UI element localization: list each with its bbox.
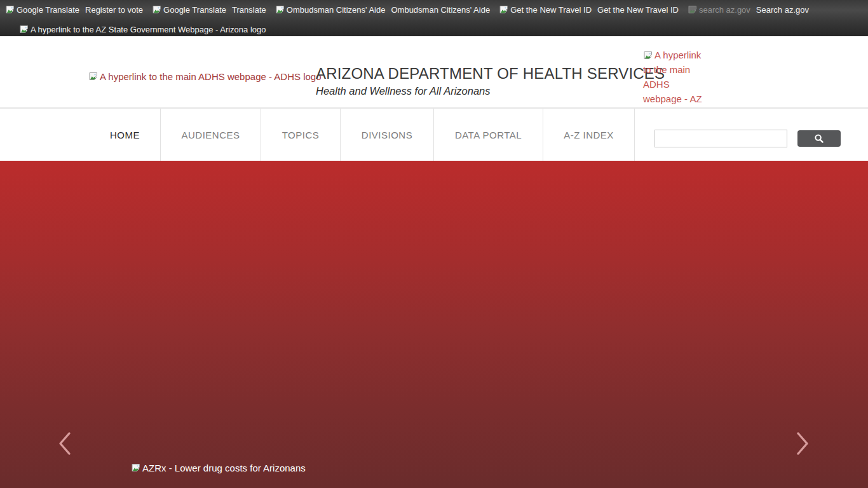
broken-image-icon — [5, 4, 15, 17]
img-alt-text: search az.gov — [699, 5, 750, 15]
carousel-next-button[interactable] — [791, 430, 814, 458]
broken-image-icon — [643, 50, 653, 64]
site-tagline: Health and Wellness for All Arizonans — [316, 85, 665, 97]
link-label: Ombudsman Citizens' Aide — [391, 5, 490, 15]
chevron-left-icon — [57, 431, 72, 456]
link-label: Search az.gov — [756, 5, 809, 15]
link-label: Get the New Travel ID — [597, 5, 679, 15]
az-state-government-link[interactable]: A hyperlink to the AZ State Government W… — [19, 24, 266, 36]
register-to-vote-link[interactable]: Google Translate Register to vote — [5, 4, 143, 16]
hero-carousel: AZRx - Lower drug costs for Arizonans — [0, 161, 868, 488]
nav-item-data-portal[interactable]: DATA PORTAL — [434, 109, 543, 161]
travel-id-link[interactable]: Get the New Travel ID Get the New Travel… — [499, 4, 679, 16]
link-label: Register to vote — [85, 5, 143, 15]
nav-item-audiences[interactable]: AUDIENCES — [161, 109, 261, 161]
img-alt-text: A hyperlink to the main ADHS webpage - A… — [100, 71, 322, 82]
site-header: A hyperlink to the main ADHS webpage - A… — [0, 36, 868, 107]
img-alt-text: AZRx - Lower drug costs for Arizonans — [142, 463, 306, 473]
search-input[interactable] — [654, 130, 787, 147]
adhs-logo-link[interactable]: A hyperlink to the main ADHS webpage - A… — [88, 71, 322, 83]
broken-image-icon — [88, 71, 98, 83]
broken-image-icon — [131, 463, 141, 475]
nav-item-home[interactable]: HOME — [90, 109, 161, 161]
link-label: Translate — [232, 5, 266, 15]
ombudsman-link[interactable]: Ombudsman Citizens' Aide Ombudsman Citiz… — [275, 4, 490, 16]
title-block: ARIZONA DEPARTMENT OF HEALTH SERVICES He… — [316, 65, 665, 97]
search-icon — [814, 133, 824, 144]
translate-link[interactable]: Google Translate Translate — [152, 4, 266, 16]
carousel-prev-button[interactable] — [53, 430, 76, 458]
img-alt-text: Google Translate — [17, 5, 79, 15]
utility-bar: Google Translate Register to vote Google… — [0, 0, 868, 36]
broken-image-icon — [275, 4, 285, 17]
broken-image-icon — [688, 4, 698, 17]
search-button[interactable] — [797, 130, 841, 147]
main-navigation: HOME AUDIENCES TOPICS DIVISIONS DATA POR… — [0, 107, 868, 161]
page-title: ARIZONA DEPARTMENT OF HEALTH SERVICES — [316, 65, 665, 83]
img-alt-text: Google Translate — [163, 5, 226, 15]
hero-slide-link[interactable]: AZRx - Lower drug costs for Arizonans — [131, 462, 306, 474]
img-alt-text: A hyperlink to the AZ State Government W… — [31, 25, 266, 34]
nav-item-topics[interactable]: TOPICS — [261, 109, 341, 161]
broken-image-icon — [152, 4, 162, 17]
img-alt-text: Get the New Travel ID — [510, 5, 592, 15]
utility-bar-links: Google Translate Register to vote Google… — [5, 4, 863, 16]
chevron-right-icon — [795, 431, 810, 456]
img-alt-text: Ombudsman Citizens' Aide — [287, 5, 386, 15]
nav-item-divisions[interactable]: DIVISIONS — [341, 109, 434, 161]
nav-item-az-index[interactable]: A-Z INDEX — [543, 109, 635, 161]
broken-image-icon — [499, 4, 509, 17]
broken-image-icon — [19, 24, 29, 36]
search-az-gov-link[interactable]: search az.gov Search az.gov — [688, 4, 809, 16]
